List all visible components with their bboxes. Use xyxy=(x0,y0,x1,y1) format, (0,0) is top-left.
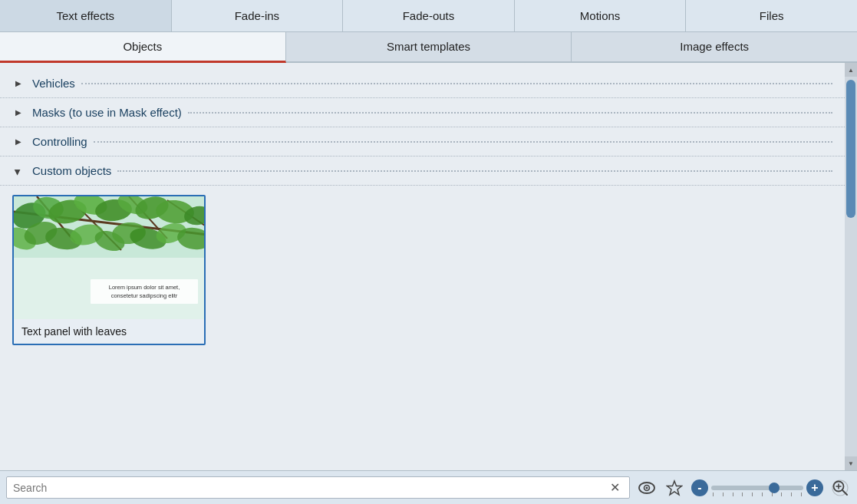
tab-smart-templates[interactable]: Smart templates xyxy=(286,32,572,61)
dots-masks xyxy=(188,112,832,114)
category-custom-objects[interactable]: ▶ Custom objects xyxy=(0,156,845,186)
zoom-slider[interactable] xyxy=(711,486,803,490)
arrow-vehicles: ▶ xyxy=(12,77,25,90)
tick-6 xyxy=(762,492,763,496)
label-controlling: Controlling xyxy=(32,135,87,148)
label-custom-objects: Custom objects xyxy=(32,164,111,177)
svg-rect-25 xyxy=(91,279,198,304)
tick-5 xyxy=(752,492,753,496)
tick-7 xyxy=(772,492,773,496)
svg-text:consetetur sadipscing elitr: consetetur sadipscing elitr xyxy=(111,292,178,299)
search-box: ✕ xyxy=(6,476,630,499)
tick-1 xyxy=(713,492,714,496)
thumb-card-text-panel-leaves[interactable]: Lorem ipsum dolor sit amet, consetetur s… xyxy=(12,195,206,345)
top-tab-bar: Text effects Fade-ins Fade-outs Motions … xyxy=(0,0,857,32)
scrollbar-up-arrow[interactable]: ▲ xyxy=(845,63,857,77)
tab-motions[interactable]: Motions xyxy=(515,0,687,31)
tab-files[interactable]: Files xyxy=(686,0,857,31)
second-tab-bar: Objects Smart templates Image effects xyxy=(0,32,857,63)
tick-3 xyxy=(733,492,733,496)
leaves-svg: Lorem ipsum dolor sit amet, consetetur s… xyxy=(14,196,206,319)
tick-4 xyxy=(742,492,743,496)
dots-controlling xyxy=(94,141,832,143)
arrow-controlling: ▶ xyxy=(12,136,25,148)
scrollbar-track: ▲ ▼ xyxy=(845,63,857,470)
items-grid: Lorem ipsum dolor sit amet, consetetur s… xyxy=(0,186,845,354)
arrow-masks: ▶ xyxy=(12,107,25,119)
tick-8 xyxy=(781,492,782,496)
zoom-plus-button[interactable]: + xyxy=(806,479,823,496)
category-vehicles[interactable]: ▶ Vehicles xyxy=(0,69,845,98)
zoom-minus-button[interactable]: - xyxy=(691,479,708,496)
svg-marker-31 xyxy=(667,481,682,495)
arrow-custom-objects: ▶ xyxy=(12,166,25,179)
svg-point-36 xyxy=(832,480,848,496)
zoom-control: - + xyxy=(691,479,823,496)
thumb-label: Text panel with leaves xyxy=(14,319,204,344)
svg-point-30 xyxy=(646,486,648,489)
scrollbar-down-arrow[interactable]: ▼ xyxy=(845,456,857,470)
tick-10 xyxy=(801,492,802,496)
search-zoom-icon[interactable] xyxy=(829,477,851,499)
thumb-image: Lorem ipsum dolor sit amet, consetetur s… xyxy=(14,196,206,319)
dots-vehicles xyxy=(81,83,832,84)
label-masks: Masks (to use in Mask effect) xyxy=(32,106,182,119)
tab-fade-outs[interactable]: Fade-outs xyxy=(343,0,515,31)
dots-custom-objects xyxy=(117,170,832,172)
search-clear-icon[interactable]: ✕ xyxy=(607,480,623,495)
star-icon[interactable] xyxy=(664,477,685,499)
tab-fade-ins[interactable]: Fade-ins xyxy=(172,0,344,31)
tick-2 xyxy=(723,492,724,496)
tab-objects[interactable]: Objects xyxy=(0,32,286,63)
tab-image-effects[interactable]: Image effects xyxy=(572,32,857,61)
tab-text-effects[interactable]: Text effects xyxy=(0,0,172,31)
category-controlling[interactable]: ▶ Controlling xyxy=(0,127,845,156)
bottom-bar: ✕ - xyxy=(0,470,857,504)
search-input[interactable] xyxy=(13,482,607,494)
zoom-tick-marks xyxy=(711,492,803,496)
category-masks[interactable]: ▶ Masks (to use in Mask effect) xyxy=(0,98,845,127)
label-vehicles: Vehicles xyxy=(32,77,75,90)
list-area: ▶ Vehicles ▶ Masks (to use in Mask effec… xyxy=(0,63,845,470)
main-content: ▶ Vehicles ▶ Masks (to use in Mask effec… xyxy=(0,63,857,470)
tick-9 xyxy=(791,492,792,496)
eye-icon[interactable] xyxy=(636,477,658,499)
svg-text:Lorem ipsum dolor sit amet,: Lorem ipsum dolor sit amet, xyxy=(109,284,180,291)
zoom-handle[interactable] xyxy=(769,483,780,493)
scrollbar-thumb[interactable] xyxy=(846,80,855,218)
